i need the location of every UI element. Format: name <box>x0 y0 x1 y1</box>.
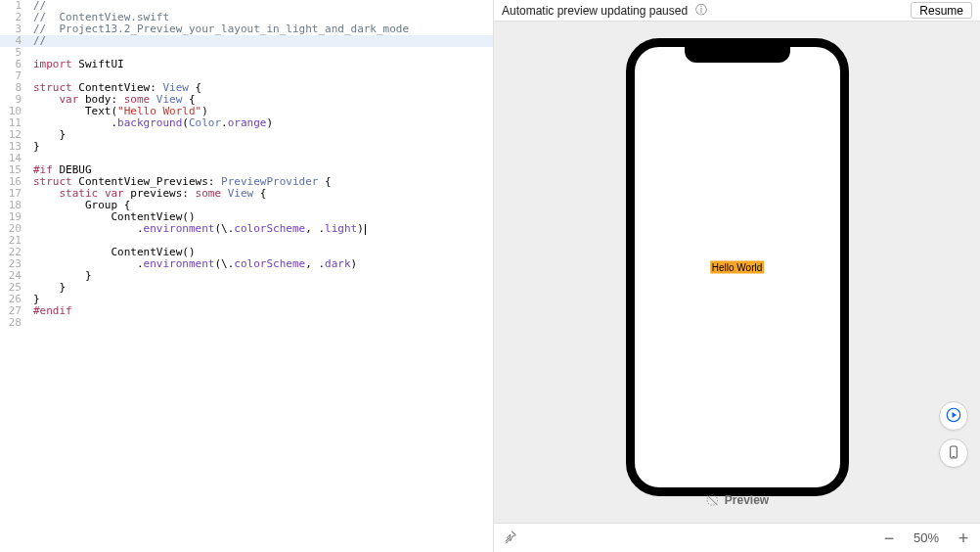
code-content[interactable]: .background(Color.orange) <box>29 117 273 129</box>
preview-name-label: Preview <box>705 493 769 507</box>
code-line[interactable]: 13} <box>0 141 493 153</box>
line-number: 28 <box>0 317 29 329</box>
preview-pane: Automatic preview updating paused ⓘ Resu… <box>494 0 980 552</box>
live-preview-button[interactable] <box>939 401 968 431</box>
zoom-level-label: 50% <box>913 530 939 545</box>
code-editor[interactable]: 1//2// ContentView.swift3// Project13.2_… <box>0 0 494 552</box>
code-line[interactable]: 24 } <box>0 270 493 282</box>
preview-name-text: Preview <box>725 493 769 507</box>
code-content[interactable]: #endif <box>29 305 72 317</box>
code-line[interactable]: 6import SwiftUI <box>0 59 493 70</box>
resume-button[interactable]: Resume <box>911 2 972 19</box>
code-line[interactable]: 26} <box>0 294 493 305</box>
preview-actions <box>939 401 968 468</box>
code-line[interactable]: 20 .environment(\.colorScheme, .light) <box>0 223 493 235</box>
code-content[interactable]: // Project13.2_Preview_your_layout_in_li… <box>29 23 409 35</box>
app-text-label: Hello World <box>710 260 765 273</box>
preview-device-button[interactable] <box>939 438 968 468</box>
preview-status-text: Automatic preview updating paused <box>502 4 688 18</box>
device-frame: Hello World <box>626 38 849 496</box>
device-notch <box>685 45 790 63</box>
zoom-out-button[interactable]: − <box>882 529 896 547</box>
code-content[interactable]: // <box>29 35 46 47</box>
preview-header: Automatic preview updating paused ⓘ Resu… <box>494 0 980 22</box>
preview-canvas[interactable]: Hello World Preview <box>494 22 980 523</box>
play-circle-icon <box>945 406 962 426</box>
code-content[interactable]: .environment(\.colorScheme, .light) <box>29 223 366 235</box>
text-cursor <box>365 224 366 235</box>
code-line[interactable]: 27#endif <box>0 305 493 317</box>
code-line[interactable]: 4// <box>0 35 493 47</box>
preview-setting-icon <box>705 493 719 507</box>
xcode-window: 1//2// ContentView.swift3// Project13.2_… <box>0 0 980 552</box>
pin-icon[interactable] <box>504 529 517 546</box>
device-icon <box>946 444 961 462</box>
code-line[interactable]: 12 } <box>0 129 493 141</box>
code-line[interactable]: 11 .background(Color.orange) <box>0 117 493 129</box>
info-icon[interactable]: ⓘ <box>695 2 707 19</box>
zoom-in-button[interactable]: + <box>957 529 970 547</box>
code-line[interactable]: 3// Project13.2_Preview_your_layout_in_l… <box>0 23 493 35</box>
preview-footer: − 50% + <box>494 523 980 552</box>
code-content[interactable]: } <box>29 141 40 153</box>
code-line[interactable]: 28 <box>0 317 493 329</box>
resume-button-label: Resume <box>919 4 963 18</box>
code-content[interactable]: import SwiftUI <box>29 59 124 70</box>
code-line[interactable]: 25 } <box>0 282 493 294</box>
zoom-controls: − 50% + <box>882 529 970 547</box>
